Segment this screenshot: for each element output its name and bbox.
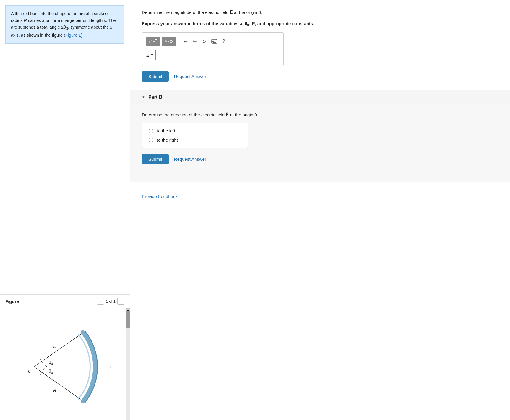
svg-rect-12	[213, 40, 214, 40]
svg-text:θ0: θ0	[49, 360, 53, 366]
E-vector-label: E⃗	[230, 10, 233, 15]
figure-prev-button[interactable]: ‹	[97, 298, 104, 305]
part-b-submit-button[interactable]: Submit	[142, 154, 169, 164]
part-a-submit-button[interactable]: Submit	[142, 71, 169, 82]
part-a-request-answer-link[interactable]: Request Answer	[174, 74, 206, 79]
figure-title: Figure	[5, 299, 19, 304]
math-template-button[interactable]: □□√□	[146, 37, 160, 46]
provide-feedback-link[interactable]: Provide Feedback	[142, 194, 178, 199]
svg-line-4	[34, 334, 81, 367]
svg-text:θ0: θ0	[49, 369, 53, 374]
part-b-chevron[interactable]: ▼	[142, 95, 145, 99]
figure-scroll-thumb[interactable]	[126, 311, 130, 328]
figure-link[interactable]: Figure 1	[65, 33, 81, 38]
svg-text:0: 0	[28, 369, 31, 374]
math-input-container: □□√□ ΑΣΦ ↩ ↪ ↻	[142, 32, 284, 66]
part-b-section: ▼ Part B Determine the direction of the …	[130, 90, 510, 182]
part-b-q-text2: at the origin 0.	[230, 112, 258, 117]
figure-next-button[interactable]: ›	[117, 298, 124, 305]
bold-instruction: Express your answer in terms of the vari…	[142, 21, 314, 26]
part-b-request-answer-link[interactable]: Request Answer	[174, 157, 206, 162]
arc-figure-svg: 0 x R R θ0 θ0	[1, 308, 129, 417]
radio-option-right[interactable]: to the right	[149, 137, 241, 142]
part-a-q-text2: at the origin 0.	[234, 10, 262, 15]
radio-options-box: to the left to the right	[142, 123, 248, 148]
provide-feedback-section: Provide Feedback	[142, 191, 498, 199]
figure-canvas: 0 x R R θ0 θ0	[0, 308, 130, 420]
svg-rect-19	[213, 42, 216, 43]
part-b-q-text1: Determine the direction of the electric …	[142, 112, 226, 117]
undo-button[interactable]: ↩	[182, 37, 189, 46]
part-b-action-row: Submit Request Answer	[142, 154, 498, 164]
redo-button[interactable]: ↪	[191, 37, 199, 46]
keyboard-button[interactable]	[209, 37, 219, 46]
figure-header: Figure ‹ 1 of 1 ›	[0, 294, 130, 308]
math-input-row: E =	[146, 50, 279, 60]
problem-description: A thin rod bent into the shape of an arc…	[5, 5, 124, 44]
svg-text:R: R	[53, 388, 56, 393]
part-b-content: Determine the direction of the electric …	[142, 104, 498, 164]
part-a-action-row: Submit Request Answer	[142, 71, 498, 82]
radio-right-input[interactable]	[149, 138, 153, 142]
figure-page: 1 of 1	[106, 299, 116, 304]
math-answer-input[interactable]	[155, 50, 279, 60]
svg-rect-18	[216, 41, 216, 42]
svg-rect-13	[215, 40, 215, 40]
math-toolbar: □□√□ ΑΣΦ ↩ ↪ ↻	[146, 37, 279, 46]
problem-text: A thin rod bent into the shape of an arc…	[11, 11, 116, 38]
radio-left-input[interactable]	[149, 129, 153, 133]
svg-text:R: R	[53, 344, 56, 349]
refresh-button[interactable]: ↻	[200, 37, 208, 46]
svg-rect-17	[215, 41, 215, 42]
figure-scrollbar[interactable]: ▲	[126, 308, 130, 420]
part-b-label: Part B	[148, 95, 162, 100]
part-a-q-text1: Determine the magnitude of the electric …	[142, 10, 230, 15]
radio-option-left[interactable]: to the left	[149, 128, 241, 133]
radio-right-label: to the right	[157, 137, 178, 142]
svg-text:x: x	[109, 364, 112, 369]
radio-left-label: to the left	[157, 128, 175, 133]
figure-nav: ‹ 1 of 1 ›	[97, 298, 124, 305]
svg-rect-16	[213, 41, 214, 42]
right-panel: Determine the magnitude of the electric …	[130, 0, 510, 420]
part-a-question: Determine the magnitude of the electric …	[142, 9, 498, 16]
math-symbol-button[interactable]: ΑΣΦ	[162, 37, 176, 46]
toolbar-separator	[179, 38, 179, 45]
part-a-instruction: Express your answer in terms of the vari…	[142, 20, 498, 28]
part-b-header: ▼ Part B	[130, 90, 510, 104]
left-panel: A thin rod bent into the shape of an arc…	[0, 0, 130, 420]
part-a-section: Determine the magnitude of the electric …	[142, 0, 498, 82]
part-b-E-vector: E⃗	[226, 112, 229, 117]
svg-rect-15	[212, 41, 213, 42]
part-b-question: Determine the direction of the electric …	[142, 111, 498, 119]
svg-rect-11	[212, 40, 213, 40]
help-button[interactable]: ?	[221, 37, 227, 46]
svg-line-5	[34, 367, 81, 399]
figure-section: Figure ‹ 1 of 1 › 0 x	[0, 294, 130, 420]
svg-rect-14	[216, 40, 216, 40]
math-label: E =	[146, 53, 153, 58]
